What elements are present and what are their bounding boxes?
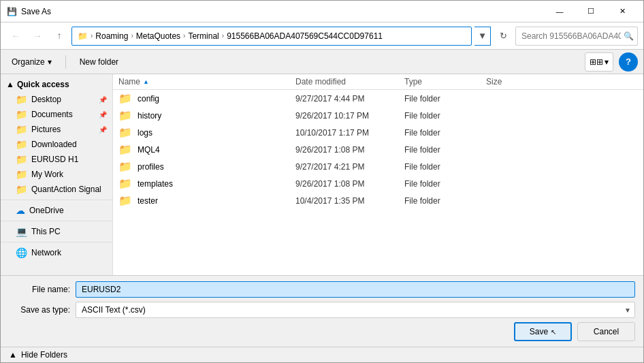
file-type-cell: File folder <box>404 145 486 155</box>
sidebar-item-label: Documents <box>31 110 95 119</box>
breadcrumb-metaquotes[interactable]: MetaQuotes <box>136 31 180 41</box>
sidebar-thispc-label: This PC <box>31 227 107 236</box>
file-name: MQL4 <box>138 145 160 155</box>
eurusd-folder-icon: 📁 <box>16 154 27 165</box>
organize-label: Organize <box>12 57 45 67</box>
filename-input[interactable] <box>76 281 635 298</box>
file-name-cell: 📁 config <box>118 92 295 105</box>
close-button[interactable]: ✕ <box>607 1 638 22</box>
refresh-button[interactable]: ↻ <box>494 27 513 46</box>
view-chevron-icon: ▾ <box>605 57 609 67</box>
breadcrumb: 📁 › Roaming › MetaQuotes › Terminal › 91… <box>78 31 383 41</box>
sidebar-item-label: QuantAction Signal <box>31 185 107 194</box>
forward-button[interactable]: → <box>28 27 47 46</box>
hide-folders-label: Hide Folders <box>21 350 67 360</box>
help-button[interactable]: ? <box>619 52 638 72</box>
folder-icon: 📁 <box>118 109 132 122</box>
col-header-name[interactable]: Name ▲ <box>118 77 295 86</box>
cursor-icon: ↖ <box>551 328 556 336</box>
savetype-select[interactable]: ASCII Text (*.csv) <box>76 302 635 318</box>
cancel-button[interactable]: Cancel <box>577 322 635 341</box>
table-row[interactable]: 📁 config 9/27/2017 4:44 PM File folder <box>113 90 643 107</box>
breadcrumb-folder-icon: 📁 <box>78 31 88 41</box>
address-path[interactable]: 📁 › Roaming › MetaQuotes › Terminal › 91… <box>71 27 472 46</box>
file-date-cell: 10/4/2017 1:35 PM <box>295 196 404 206</box>
file-name: logs <box>138 128 152 138</box>
sidebar-item-mywork[interactable]: 📁 My Work <box>1 167 112 182</box>
file-date-cell: 9/27/2017 4:21 PM <box>295 162 404 172</box>
sidebar-item-desktop[interactable]: 📁 Desktop 📌 <box>1 92 112 107</box>
quick-access-header[interactable]: ▲ Quick access <box>1 77 112 92</box>
table-row[interactable]: 📁 tester 10/4/2017 1:35 PM File folder <box>113 192 643 209</box>
desktop-folder-icon: 📁 <box>16 94 27 105</box>
quick-access-label: Quick access <box>17 80 69 89</box>
dialog-title: Save As <box>21 7 544 16</box>
sidebar-item-quantaction[interactable]: 📁 QuantAction Signal <box>1 182 112 197</box>
table-row[interactable]: 📁 templates 9/26/2017 1:08 PM File folde… <box>113 175 643 192</box>
table-row[interactable]: 📁 history 9/26/2017 10:17 PM File folder <box>113 107 643 124</box>
hide-folders-bar[interactable]: ▲ Hide Folders <box>1 347 643 362</box>
save-button[interactable]: Save ↖ <box>514 322 572 341</box>
file-name: templates <box>138 179 173 189</box>
folder-icon: 📁 <box>118 126 132 139</box>
toolbar-separator <box>65 55 66 69</box>
network-icon: 🌐 <box>16 247 27 258</box>
sidebar-network-label: Network <box>31 248 107 257</box>
up-button[interactable]: ↑ <box>50 27 69 46</box>
pin-icon: 📌 <box>99 96 107 104</box>
view-button[interactable]: ⊞⊞ ▾ <box>585 52 613 72</box>
sidebar-item-label: Pictures <box>31 125 95 134</box>
sidebar-item-onedrive[interactable]: ☁ OneDrive <box>1 203 112 218</box>
maximize-button[interactable]: ☐ <box>575 1 607 22</box>
main-content: ▲ Quick access 📁 Desktop 📌 📁 Documents 📌… <box>1 74 643 275</box>
file-date-cell: 9/26/2017 1:08 PM <box>295 145 404 155</box>
sidebar-item-network[interactable]: 🌐 Network <box>1 245 112 260</box>
sidebar-item-thispc[interactable]: 💻 This PC <box>1 224 112 239</box>
file-type-cell: File folder <box>404 179 486 189</box>
file-list: 📁 config 9/27/2017 4:44 PM File folder 📁… <box>113 90 643 275</box>
window-controls: — ☐ ✕ <box>544 1 638 22</box>
minimize-button[interactable]: — <box>544 1 575 22</box>
breadcrumb-terminal[interactable]: Terminal <box>188 31 219 41</box>
breadcrumb-roaming[interactable]: Roaming <box>95 31 128 41</box>
file-date-cell: 10/10/2017 1:17 PM <box>295 128 404 138</box>
search-container: 🔍 <box>515 27 638 46</box>
organize-button[interactable]: Organize ▾ <box>6 52 57 72</box>
sidebar-item-label: Desktop <box>31 95 95 104</box>
col-header-date[interactable]: Date modified <box>295 77 404 86</box>
savetype-wrapper: ASCII Text (*.csv) ▼ <box>76 302 635 318</box>
new-folder-button[interactable]: New folder <box>74 52 124 72</box>
back-button[interactable]: ← <box>6 27 25 46</box>
file-name-cell: 📁 templates <box>118 177 295 190</box>
folder-icon: 📁 <box>118 143 132 156</box>
table-row[interactable]: 📁 logs 10/10/2017 1:17 PM File folder <box>113 124 643 141</box>
sidebar-item-label: Downloaded <box>31 140 107 149</box>
address-dropdown-button[interactable]: ▼ <box>474 27 491 46</box>
sidebar-item-pictures[interactable]: 📁 Pictures 📌 <box>1 122 112 137</box>
pin-icon: 📌 <box>99 126 107 133</box>
table-row[interactable]: 📁 profiles 9/27/2017 4:21 PM File folder <box>113 158 643 175</box>
breadcrumb-folder[interactable]: 915566BA06ADA407569C544CC0D97611 <box>227 31 383 41</box>
sidebar-item-documents[interactable]: 📁 Documents 📌 <box>1 107 112 122</box>
col-date-label: Date modified <box>295 77 346 86</box>
folder-icon: 📁 <box>118 92 132 105</box>
sidebar-item-label: EURUSD H1 <box>31 155 107 164</box>
save-label: Save <box>530 327 548 336</box>
col-type-label: Type <box>404 77 422 86</box>
col-header-type[interactable]: Type <box>404 77 486 86</box>
table-row[interactable]: 📁 MQL4 9/26/2017 1:08 PM File folder <box>113 141 643 158</box>
address-bar: ← → ↑ 📁 › Roaming › MetaQuotes › Termina… <box>1 22 643 50</box>
sidebar-item-label: My Work <box>31 170 107 179</box>
folder-icon: 📁 <box>118 194 132 207</box>
sidebar-item-downloaded[interactable]: 📁 Downloaded <box>1 137 112 152</box>
save-as-dialog: 💾 Save As — ☐ ✕ ← → ↑ 📁 › Roaming › Meta… <box>0 0 644 363</box>
downloaded-folder-icon: 📁 <box>16 139 27 150</box>
col-header-size[interactable]: Size <box>486 77 541 86</box>
action-row: Save ↖ Cancel <box>9 322 635 341</box>
quick-access-chevron-icon: ▲ <box>6 80 14 89</box>
file-type-cell: File folder <box>404 162 486 172</box>
sidebar-item-eurusd[interactable]: 📁 EURUSD H1 <box>1 152 112 167</box>
search-input[interactable] <box>515 27 638 46</box>
file-name-cell: 📁 history <box>118 109 295 122</box>
savetype-label: Save as type: <box>9 305 70 315</box>
